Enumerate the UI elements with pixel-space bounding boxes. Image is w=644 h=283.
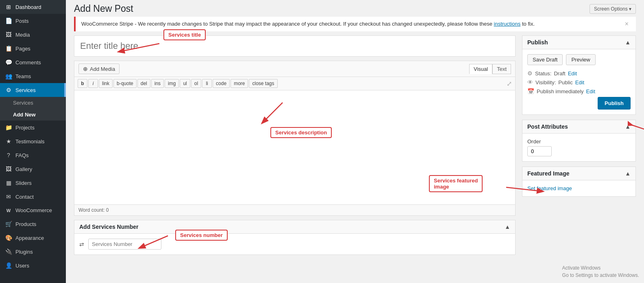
sidebar-item-media[interactable]: 🖼 Media xyxy=(0,28,66,42)
sidebar-item-testimonials[interactable]: ★ Testimonials xyxy=(0,134,66,148)
services-description-annotation: Services description xyxy=(270,127,332,138)
content-area: Services title ⊕ Add Media Visual Text b xyxy=(66,35,644,283)
sidebar-item-dashboard[interactable]: ⊞ Dashboard xyxy=(0,0,66,14)
sidebar-item-pages[interactable]: 📋 Pages xyxy=(0,42,66,55)
contact-icon: ✉ xyxy=(5,193,12,200)
visibility-icon: 👁 xyxy=(527,79,533,86)
post-title-input[interactable] xyxy=(74,36,515,56)
post-attributes-panel: Post Attributes ▲ Order xyxy=(522,120,636,162)
toolbar-bold[interactable]: b xyxy=(78,79,87,88)
sidebar-item-label: FAQs xyxy=(15,152,29,158)
sidebar-item-appearance[interactable]: 🎨 Appearance xyxy=(0,231,66,245)
publish-panel-header: Publish ▲ xyxy=(522,36,635,49)
sidebar-item-posts[interactable]: 📄 Posts xyxy=(0,14,66,28)
sidebar-item-services[interactable]: ⚙ Services xyxy=(0,83,66,97)
sidebar-item-label: Services xyxy=(15,87,36,93)
tab-text[interactable]: Text xyxy=(492,64,511,74)
sidebar-item-faqs[interactable]: ? FAQs xyxy=(0,148,66,162)
visibility-label: Visibility: xyxy=(535,79,556,86)
toolbar-ul[interactable]: ul xyxy=(180,79,190,88)
sidebar-item-projects[interactable]: 📁 Projects xyxy=(0,121,66,134)
sliders-icon: ▦ xyxy=(5,180,12,186)
toolbar-code[interactable]: code xyxy=(213,79,230,88)
toolbar-img[interactable]: img xyxy=(165,79,179,88)
publish-immediately-label: Publish immediately xyxy=(537,88,584,94)
visibility-value: Public xyxy=(558,79,572,86)
services-number-box: Add Services Number ▲ ⇄ Services number xyxy=(74,220,516,255)
page-title: Add New Post xyxy=(74,3,133,14)
services-number-toggle[interactable]: ▲ xyxy=(505,224,510,230)
sidebar-item-label: Users xyxy=(15,263,29,269)
add-media-button[interactable]: ⊕ Add Media xyxy=(78,64,120,74)
toolbar-expand-button[interactable]: ⤢ xyxy=(507,80,512,88)
publish-panel-body: Save Draft Preview ⚙ Status: Draft Edit … xyxy=(522,49,635,114)
sidebar-sub-services[interactable]: Services xyxy=(0,97,66,109)
sidebar-item-contact[interactable]: ✉ Contact xyxy=(0,190,66,204)
toolbar-ins[interactable]: ins xyxy=(151,79,164,88)
sidebar-sub-add-new[interactable]: Add New xyxy=(0,109,66,121)
sidebar-item-sliders[interactable]: ▦ Sliders xyxy=(0,176,66,190)
notice-close-button[interactable]: × xyxy=(623,21,630,27)
sidebar-item-label: Teams xyxy=(15,73,31,79)
screen-options-button[interactable]: Screen Options ▾ xyxy=(590,4,636,14)
publish-panel: Publish ▲ Save Draft Preview ⚙ Status: D… xyxy=(522,35,636,115)
toolbar-close-tags[interactable]: close tags xyxy=(249,79,277,88)
save-draft-button[interactable]: Save Draft xyxy=(527,54,563,65)
notice-instructions-link[interactable]: instructions xyxy=(494,21,521,27)
services-number-header: Add Services Number ▲ xyxy=(74,220,515,234)
editor-footer: Word count: 0 xyxy=(74,204,515,215)
post-attributes-toggle[interactable]: ▲ xyxy=(625,123,631,130)
tab-visual[interactable]: Visual xyxy=(469,64,492,74)
sidebar-item-label: Gallery xyxy=(15,166,32,172)
status-label: Status: xyxy=(535,70,551,77)
media-plus-icon: ⊕ xyxy=(83,66,88,72)
publish-panel-toggle[interactable]: ▲ xyxy=(625,39,631,46)
preview-button[interactable]: Preview xyxy=(566,54,595,65)
sidebar-item-label: Plugins xyxy=(15,249,33,255)
toolbar-more[interactable]: more xyxy=(231,79,248,88)
services-number-body: ⇄ Services number xyxy=(74,234,515,254)
sidebar-item-label: WooCommerce xyxy=(15,207,52,213)
sidebar-item-woocommerce[interactable]: W WooCommerce xyxy=(0,204,66,217)
featured-image-header: Featured Image ▲ xyxy=(522,167,635,180)
publish-time-edit-link[interactable]: Edit xyxy=(586,88,595,94)
status-edit-link[interactable]: Edit xyxy=(568,70,577,77)
sidebar-item-plugins[interactable]: 🔌 Plugins xyxy=(0,245,66,259)
pages-icon: 📋 xyxy=(5,45,12,52)
toolbar-del[interactable]: del xyxy=(137,79,150,88)
sidebar-item-products[interactable]: 🛒 Products xyxy=(0,217,66,231)
featured-image-toggle[interactable]: ▲ xyxy=(625,170,631,177)
editor-body[interactable]: Services description xyxy=(74,90,515,204)
sidebar-item-teams[interactable]: 👥 Teams xyxy=(0,69,66,83)
services-number-input[interactable] xyxy=(88,239,161,250)
featured-image-panel: Featured Image ▲ Set featured image Serv… xyxy=(522,167,636,197)
toolbar-bquote[interactable]: b-quote xyxy=(113,79,137,88)
sidebar-item-gallery[interactable]: 🖼 Gallery xyxy=(0,162,66,176)
post-attributes-header: Post Attributes ▲ xyxy=(522,120,635,134)
right-sidebar: Publish ▲ Save Draft Preview ⚙ Status: D… xyxy=(522,35,636,283)
sidebar-item-users[interactable]: 👤 Users xyxy=(0,259,66,272)
toolbar-italic[interactable]: i xyxy=(88,79,98,88)
publish-time-meta: 📅 Publish immediately Edit xyxy=(527,88,631,94)
svg-line-1 xyxy=(262,103,283,123)
featured-image-body: Set featured image xyxy=(522,180,635,196)
sidebar-item-comments[interactable]: 💬 Comments xyxy=(0,55,66,69)
sidebar-item-label: Dashboard xyxy=(15,4,41,10)
status-value: Draft xyxy=(554,70,565,77)
toolbar-link[interactable]: link xyxy=(99,79,113,88)
visual-text-tabs: Visual Text xyxy=(469,64,511,74)
topbar: Add New Post Screen Options ▾ xyxy=(66,0,644,17)
main-content: Add New Post Screen Options ▾ WooCommerc… xyxy=(66,0,644,283)
visibility-edit-link[interactable]: Edit xyxy=(575,79,584,86)
woocommerce-icon: W xyxy=(5,208,12,213)
set-featured-image-link[interactable]: Set featured image xyxy=(527,185,572,191)
appearance-icon: 🎨 xyxy=(5,235,12,241)
shuffle-icon: ⇄ xyxy=(79,241,84,248)
toolbar-li[interactable]: li xyxy=(202,79,212,88)
publish-button[interactable]: Publish xyxy=(598,97,631,110)
word-count: Word count: 0 xyxy=(78,207,109,213)
toolbar-ol[interactable]: ol xyxy=(191,79,201,88)
services-icon: ⚙ xyxy=(5,87,12,93)
calendar-icon: 📅 xyxy=(527,88,534,94)
order-input[interactable] xyxy=(527,146,552,156)
